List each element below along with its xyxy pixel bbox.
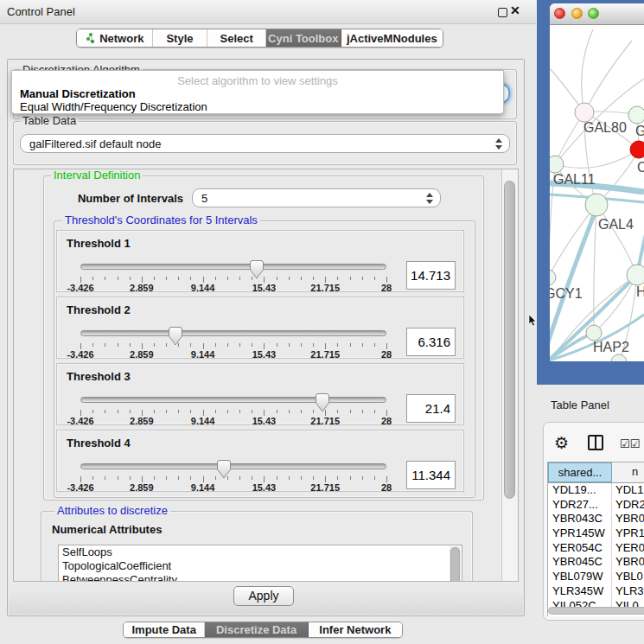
bottom-tab-bar: Impute DataDiscretize DataInfer Network bbox=[123, 622, 403, 638]
attribute-item[interactable]: TopologicalCoefficient bbox=[59, 559, 462, 573]
number-of-intervals-spinner[interactable]: 5 bbox=[192, 188, 441, 207]
select-checkboxes-icon[interactable]: ☑☑ bbox=[620, 437, 640, 450]
number-of-intervals-label: Number of Intervals bbox=[14, 192, 183, 205]
scale-label: 28 bbox=[381, 416, 392, 426]
scale-label: 21.715 bbox=[310, 283, 340, 293]
cell-shared-name: YDR27... bbox=[548, 498, 612, 513]
node-label-partial-g: G. bbox=[635, 124, 644, 138]
cell-name: YBR0 bbox=[612, 512, 644, 526]
threshold-slider-thumb[interactable] bbox=[217, 460, 231, 479]
network-canvas[interactable]: GAL80 G. C GAL11 GAL4 GCY1 H HAP2 bbox=[550, 25, 644, 361]
tab-label: jActiveMNodules bbox=[347, 32, 437, 45]
control-panel-window: Control Panel ✕ NetworkStyleSelectCyni T… bbox=[0, 0, 536, 644]
node-label-hap2: HAP2 bbox=[593, 340, 629, 354]
threshold-value-field[interactable]: 11.344 bbox=[406, 461, 456, 489]
attributes-list-scrollbar[interactable] bbox=[450, 546, 461, 582]
table-row[interactable]: YDL19...YDL1 bbox=[548, 483, 644, 498]
table-row[interactable]: YPR145WYPR1 bbox=[548, 526, 644, 541]
dropdown-option-equal-width[interactable]: Equal Width/Frequency Discretization bbox=[20, 100, 207, 113]
dropdown-option-manual[interactable]: Manual Discretization bbox=[20, 87, 136, 100]
column-header-shared-name[interactable]: shared... bbox=[548, 462, 612, 482]
tab-cyni-toolbox[interactable]: Cyni Toolbox bbox=[266, 29, 341, 47]
cell-name: YPR1 bbox=[612, 526, 644, 541]
tab-label: Impute Data bbox=[132, 623, 196, 636]
tab-discretize-data[interactable]: Discretize Data bbox=[205, 622, 308, 637]
table-row[interactable]: YLR345WYLR3 bbox=[548, 584, 644, 599]
close-icon[interactable]: ✕ bbox=[510, 3, 520, 17]
threshold-slider-track[interactable] bbox=[80, 264, 386, 270]
tab-jactivemnodules[interactable]: jActiveMNodules bbox=[341, 29, 443, 47]
scale-label: 15.43 bbox=[252, 482, 277, 493]
tab-label: Select bbox=[220, 32, 252, 45]
scale-label: 2.859 bbox=[130, 482, 154, 493]
scrollpane-scrollbar[interactable] bbox=[501, 169, 518, 581]
attribute-item[interactable]: SelfLoops bbox=[59, 545, 462, 559]
number-of-intervals-value: 5 bbox=[201, 192, 207, 205]
scale-label: 9.144 bbox=[191, 349, 215, 360]
threshold-slider-thumb[interactable] bbox=[316, 393, 329, 412]
table-row[interactable]: YER054CYER0 bbox=[548, 541, 644, 556]
tab-style[interactable]: Style bbox=[153, 29, 208, 47]
gear-icon[interactable]: ⚙ bbox=[554, 433, 569, 453]
cell-name: YLR3 bbox=[612, 584, 644, 599]
network-window-titlebar bbox=[550, 3, 644, 25]
attributes-title: Attributes to discretize bbox=[54, 505, 170, 517]
threshold-slider-thumb[interactable] bbox=[250, 260, 264, 279]
tab-label: Cyni Toolbox bbox=[268, 32, 338, 45]
table-data-combo[interactable]: galFiltered.sif default node bbox=[20, 134, 510, 153]
cell-shared-name: YER054C bbox=[548, 541, 612, 556]
node-label-gal11: GAL11 bbox=[553, 172, 596, 187]
numerical-attributes-list[interactable]: SelfLoopsTopologicalCoefficientBetweenne… bbox=[58, 545, 462, 582]
minimize-traffic-light[interactable] bbox=[571, 8, 583, 19]
scale-label: 15.43 bbox=[252, 283, 277, 293]
dropdown-placeholder[interactable]: Select algorithm to view settings bbox=[12, 74, 503, 87]
tab-impute-data[interactable]: Impute Data bbox=[124, 622, 205, 637]
zoom-traffic-light[interactable] bbox=[588, 8, 599, 19]
cyni-toolbox-panel: Discretization Algorithm Select algorith… bbox=[7, 59, 525, 616]
node-table-header: shared... n bbox=[548, 462, 644, 483]
threshold-value-field[interactable]: 6.316 bbox=[406, 328, 456, 356]
columns-icon[interactable] bbox=[588, 435, 603, 450]
float-icon[interactable] bbox=[498, 8, 507, 17]
cell-name: YBR0 bbox=[612, 555, 644, 570]
scale-label: -3.426 bbox=[67, 482, 93, 493]
table-row[interactable]: YBR045CYBR0 bbox=[548, 555, 644, 570]
window-title: Control Panel bbox=[7, 5, 75, 18]
threshold-value-field[interactable]: 14.713 bbox=[406, 261, 456, 290]
node-label-gal4: GAL4 bbox=[598, 217, 634, 232]
cell-shared-name: YBL079W bbox=[548, 570, 612, 584]
close-traffic-light[interactable] bbox=[554, 8, 565, 19]
scale-label: -3.426 bbox=[67, 416, 93, 426]
threshold-slider-thumb[interactable] bbox=[169, 327, 182, 346]
scale-label: 9.144 bbox=[191, 416, 215, 426]
scale-label: 2.859 bbox=[130, 416, 154, 426]
threshold-value-field[interactable]: 21.4 bbox=[406, 394, 456, 423]
tab-select[interactable]: Select bbox=[207, 29, 266, 47]
mouse-cursor bbox=[528, 315, 537, 327]
threshold-slider-track[interactable] bbox=[80, 330, 386, 336]
scale-label: 15.43 bbox=[252, 416, 277, 426]
threshold-slider-track[interactable] bbox=[80, 463, 386, 469]
scale-label: 28 bbox=[381, 283, 392, 293]
tab-label: Discretize Data bbox=[216, 623, 296, 636]
threshold-panel-3: Threshold 3-3.4262.8599.14415.4321.71528… bbox=[56, 363, 464, 425]
table-row[interactable]: YBR043CYBR0 bbox=[548, 512, 644, 526]
table-horizontal-scrollbar[interactable] bbox=[548, 607, 644, 615]
threshold-label: Threshold 1 bbox=[67, 237, 131, 250]
scale-label: 2.859 bbox=[130, 283, 154, 293]
combo-arrows-icon bbox=[495, 138, 502, 150]
tab-network[interactable]: Network bbox=[77, 29, 153, 47]
table-panel-card: ⚙ ☑☑ shared... n YDL19...YDL1YDR27...YDR… bbox=[543, 422, 644, 621]
table-row[interactable]: YDR27...YDR2 bbox=[548, 498, 644, 513]
scrollbar-thumb[interactable] bbox=[504, 181, 515, 499]
apply-button[interactable]: Apply bbox=[233, 586, 294, 606]
attribute-item[interactable]: BetweennessCentrality bbox=[59, 573, 462, 582]
tab-infer-network[interactable]: Infer Network bbox=[309, 622, 402, 637]
threshold-slider-track[interactable] bbox=[80, 397, 386, 403]
algorithm-dropdown: Select algorithm to view settings Manual… bbox=[11, 70, 504, 114]
column-header-name[interactable]: n bbox=[612, 462, 644, 482]
cell-shared-name: YDL19... bbox=[548, 483, 612, 498]
table-row[interactable]: YBL079WYBL0 bbox=[548, 570, 644, 584]
threshold-label: Threshold 4 bbox=[67, 437, 131, 450]
cell-shared-name: YPR145W bbox=[548, 526, 612, 541]
